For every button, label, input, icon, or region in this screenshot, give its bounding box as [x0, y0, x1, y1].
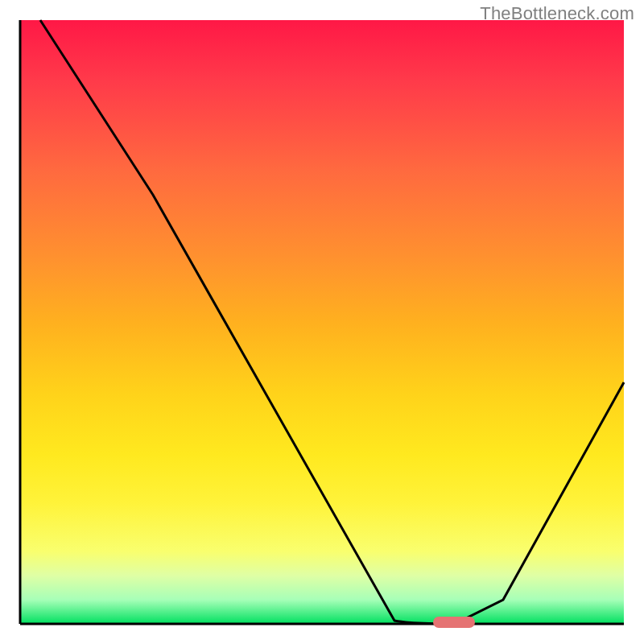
watermark: TheBottleneck.com — [480, 3, 634, 24]
chart-svg — [0, 0, 644, 644]
minimum-marker — [433, 617, 475, 628]
bottleneck-chart: TheBottleneck.com — [0, 0, 644, 644]
bottleneck-curve — [40, 20, 624, 624]
